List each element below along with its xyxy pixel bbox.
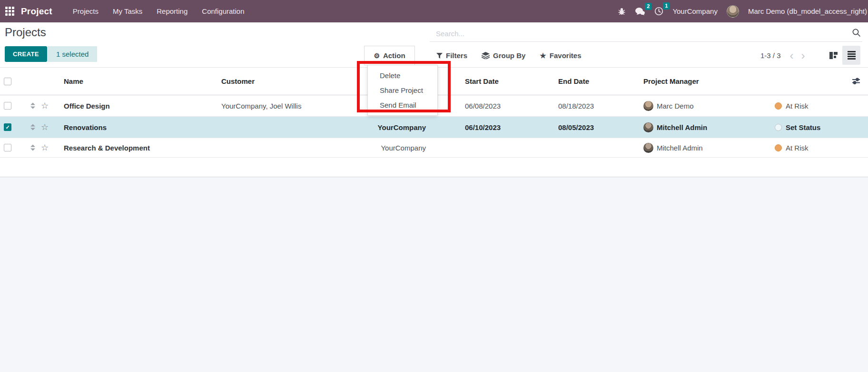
star-icon: ★ bbox=[540, 52, 546, 59]
manager-avatar bbox=[643, 122, 653, 132]
row-checkbox[interactable] bbox=[4, 144, 11, 151]
manager-name: Mitchell Admin bbox=[657, 123, 707, 131]
status-widget[interactable]: At Risk bbox=[775, 138, 809, 157]
apps-grid-icon[interactable] bbox=[0, 0, 19, 22]
list-view-button[interactable] bbox=[842, 46, 860, 65]
cell-project-manager: Mitchell Admin bbox=[643, 138, 703, 157]
search-input[interactable] bbox=[430, 25, 862, 42]
nav-reporting[interactable]: Reporting bbox=[149, 0, 195, 22]
cell-project-manager: Marc Demo bbox=[643, 95, 694, 116]
status-label: At Risk bbox=[786, 144, 809, 152]
status-dot-icon bbox=[775, 124, 782, 131]
cell-customer: YourCompany bbox=[221, 117, 426, 138]
header-start-date[interactable]: Start Date bbox=[465, 68, 499, 95]
drag-handle-icon[interactable] bbox=[30, 124, 35, 131]
search-options: Filters Group By ★ Favorites bbox=[436, 46, 582, 65]
status-dot-icon bbox=[775, 144, 782, 151]
status-label: At Risk bbox=[786, 102, 809, 110]
cell-name: Research & Development bbox=[64, 138, 150, 157]
action-dropdown-menu: Delete Share Project Send Email bbox=[367, 65, 438, 116]
cell-customer: YourCompany bbox=[221, 138, 426, 157]
systray: 2 1 YourCompany Marc Demo (db_model_acce… bbox=[618, 5, 868, 18]
activities-badge: 1 bbox=[663, 2, 670, 10]
pager-previous-icon[interactable]: ‹ bbox=[788, 50, 796, 61]
layers-icon bbox=[482, 52, 490, 59]
gear-icon: ⚙ bbox=[374, 52, 380, 59]
table-row-research-development[interactable]: ☆ Research & Development YourCompany Mit… bbox=[0, 138, 868, 158]
nav-projects[interactable]: Projects bbox=[66, 0, 106, 22]
filters-label: Filters bbox=[446, 51, 467, 60]
filters-button[interactable]: Filters bbox=[436, 51, 467, 60]
kanban-icon bbox=[829, 52, 838, 59]
user-avatar[interactable] bbox=[727, 5, 739, 18]
create-button[interactable]: CREATE bbox=[5, 46, 47, 62]
view-switcher bbox=[824, 46, 860, 65]
app-name[interactable]: Project bbox=[21, 6, 52, 17]
kanban-view-button[interactable] bbox=[824, 46, 842, 65]
list-icon bbox=[848, 51, 856, 60]
menu-item-share-project[interactable]: Share Project bbox=[368, 83, 437, 98]
page-title: Projects bbox=[5, 26, 46, 39]
table-row-renovations[interactable]: ✓ ☆ Renovations YourCompany 06/10/2023 0… bbox=[0, 117, 868, 138]
company-switcher[interactable]: YourCompany bbox=[672, 7, 718, 15]
pager-range: 1-3 / 3 bbox=[760, 51, 781, 60]
action-button-label: Action bbox=[383, 51, 405, 60]
drag-handle-icon[interactable] bbox=[30, 103, 35, 109]
messages-badge: 2 bbox=[645, 3, 651, 10]
cell-name: Renovations bbox=[64, 117, 107, 138]
favorite-star-icon[interactable]: ☆ bbox=[41, 101, 49, 110]
manager-avatar bbox=[643, 143, 653, 153]
status-dot-icon bbox=[775, 102, 782, 110]
pager-next-icon[interactable]: › bbox=[799, 50, 808, 61]
manager-avatar bbox=[643, 101, 653, 111]
action-button[interactable]: ⚙ Action bbox=[364, 46, 415, 65]
drag-handle-icon[interactable] bbox=[30, 145, 35, 151]
status-widget[interactable]: At Risk bbox=[775, 95, 809, 116]
activities-clock-icon[interactable]: 1 bbox=[654, 7, 663, 16]
cell-end-date: 08/18/2023 bbox=[558, 95, 594, 116]
nav-my-tasks[interactable]: My Tasks bbox=[106, 0, 149, 22]
control-panel: Projects CREATE 1 selected ⚙ Action Filt… bbox=[0, 22, 868, 68]
filter-funnel-icon bbox=[436, 53, 443, 59]
selected-count-chip: 1 selected bbox=[48, 46, 97, 62]
cell-name: Office Design bbox=[64, 95, 110, 116]
header-end-date[interactable]: End Date bbox=[558, 68, 589, 95]
favorite-star-icon[interactable]: ☆ bbox=[41, 123, 49, 131]
favorite-star-icon[interactable]: ☆ bbox=[41, 143, 49, 152]
manager-name: Mitchell Admin bbox=[657, 144, 703, 152]
manager-name: Marc Demo bbox=[657, 102, 694, 110]
menu-item-delete[interactable]: Delete bbox=[368, 68, 437, 83]
group-by-label: Group By bbox=[493, 51, 525, 60]
debug-bug-icon[interactable] bbox=[618, 8, 626, 15]
favorites-button[interactable]: ★ Favorites bbox=[540, 51, 581, 60]
select-all-checkbox[interactable] bbox=[4, 78, 11, 85]
status-label: Set Status bbox=[786, 123, 820, 131]
odoo-projects-screen: Project Projects My Tasks Reporting Conf… bbox=[0, 0, 868, 372]
cell-start-date: 06/08/2023 bbox=[465, 95, 501, 116]
menu-item-send-email[interactable]: Send Email bbox=[368, 98, 437, 112]
user-menu[interactable]: Marc Demo (db_model_access_right) bbox=[748, 7, 867, 15]
header-project-manager[interactable]: Project Manager bbox=[643, 68, 699, 95]
empty-row bbox=[0, 158, 868, 177]
header-customer[interactable]: Customer bbox=[221, 68, 255, 95]
top-navbar: Project Projects My Tasks Reporting Conf… bbox=[0, 0, 868, 22]
header-name[interactable]: Name bbox=[64, 68, 83, 95]
cell-project-manager: Mitchell Admin bbox=[643, 117, 707, 138]
optional-columns-icon[interactable] bbox=[852, 77, 860, 85]
cell-end-date: 08/05/2023 bbox=[558, 117, 594, 138]
nav-configuration[interactable]: Configuration bbox=[195, 0, 251, 22]
group-by-button[interactable]: Group By bbox=[482, 51, 525, 60]
search-icon[interactable] bbox=[852, 28, 861, 37]
favorites-label: Favorites bbox=[550, 51, 582, 60]
pager: 1-3 / 3 ‹ › bbox=[760, 46, 808, 65]
messages-icon[interactable]: 2 bbox=[635, 7, 645, 16]
row-checkbox[interactable] bbox=[4, 102, 11, 110]
cell-start-date: 06/10/2023 bbox=[465, 117, 501, 138]
row-checkbox-checked[interactable]: ✓ bbox=[4, 123, 11, 131]
status-widget[interactable]: Set Status bbox=[775, 117, 820, 138]
